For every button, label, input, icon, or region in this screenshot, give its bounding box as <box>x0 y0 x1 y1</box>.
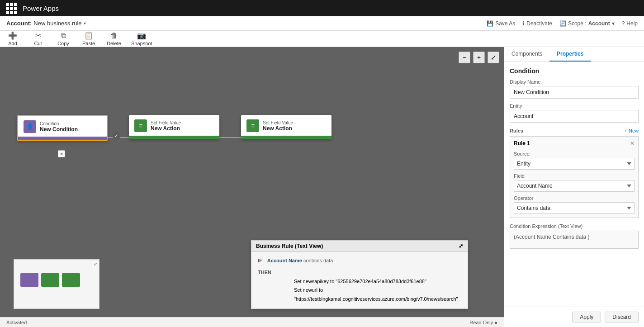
right-panel: Components Properties Condition Display … <box>504 47 644 327</box>
minimap: ⤢ <box>14 259 99 309</box>
field-label: Field <box>514 173 635 179</box>
canvas-controls: − + ⤢ <box>459 52 499 63</box>
save-as-button[interactable]: 💾 Save As <box>487 20 515 27</box>
source-select[interactable]: Entity <box>514 158 635 170</box>
discard-button[interactable]: Discard <box>605 312 639 322</box>
right-panel-body: Condition Display Name Entity Rules + Ne… <box>504 62 644 307</box>
br-set1: Set newsapikey to "6255629e702e4a54a80d7… <box>258 277 461 286</box>
title-chevron[interactable]: ▾ <box>84 21 86 26</box>
main-area: − + ⤢ ✓ 👤 Condition New Condition ≡ <box>0 47 644 327</box>
minimap-action1 <box>41 273 59 287</box>
business-rule-textview: Business Rule (Text View) ⤢ IF Account N… <box>251 240 468 309</box>
minimap-condition <box>20 273 38 287</box>
delete-icon: 🗑 <box>110 32 118 40</box>
action2-node[interactable]: ≡ Set Field Value New Action <box>241 115 331 139</box>
rule-name: New business rule <box>33 20 81 27</box>
br-set2: Set newurl to "https://testbingkamal.cog… <box>258 286 461 304</box>
rules-header: Rules + New <box>510 128 639 133</box>
connector-2 <box>219 137 241 138</box>
titlebar-actions: 💾 Save As ℹ Deactivate 🔄 Scope : Account… <box>487 20 638 27</box>
commandbar: ➕ Add ✂ Cut ⧉ Copy 📋 Paste 🗑 Delete 📷 Sn… <box>0 31 644 47</box>
display-name-label: Display Name <box>510 79 639 85</box>
add-icon: ➕ <box>8 31 17 40</box>
brtextview-header: Business Rule (Text View) ⤢ <box>251 241 468 252</box>
right-panel-tabs: Components Properties <box>504 47 644 62</box>
condition-bar <box>18 137 107 140</box>
condition-icon: 👤 <box>24 120 36 133</box>
entity-input[interactable] <box>510 110 639 123</box>
delete-button[interactable]: 🗑 Delete <box>106 32 122 46</box>
action2-node-header: ≡ Set Field Value New Action <box>241 115 331 136</box>
fit-button[interactable]: ⤢ <box>488 52 499 63</box>
app-name: Power Apps <box>23 5 59 12</box>
zoom-in-button[interactable]: + <box>473 52 485 63</box>
action1-node-header: ≡ Set Field Value New Action <box>129 115 219 136</box>
zoom-out-button[interactable]: − <box>459 52 470 63</box>
save-icon: 💾 <box>487 20 493 27</box>
canvas[interactable]: − + ⤢ ✓ 👤 Condition New Condition ≡ <box>0 47 504 327</box>
rules-new-button[interactable]: + New <box>625 128 639 133</box>
display-name-input[interactable] <box>510 86 639 99</box>
add-button[interactable]: ➕ Add <box>5 31 21 46</box>
section-title: Condition <box>510 67 639 75</box>
brtextview-title: Business Rule (Text View) <box>256 243 323 249</box>
snapshot-icon: 📷 <box>137 31 146 40</box>
action1-bar <box>129 136 219 139</box>
scope-button[interactable]: 🔄 Scope : Account ▾ <box>559 20 615 27</box>
field-select[interactable]: Account Name <box>514 180 635 192</box>
condition-expression: Condition Expression (Text View) (Accoun… <box>510 223 639 249</box>
action2-icon: ≡ <box>246 119 259 132</box>
minimap-action2 <box>62 273 80 287</box>
condition-text: Condition New Condition <box>40 121 78 133</box>
condition-node-header: 👤 Condition New Condition <box>18 116 107 137</box>
copy-button[interactable]: ⧉ Copy <box>55 32 71 46</box>
operator-label: Operator <box>514 195 635 201</box>
condition-expr-label: Condition Expression (Text View) <box>510 223 639 229</box>
condition-node[interactable]: 👤 Condition New Condition <box>17 115 108 141</box>
waffle-button[interactable] <box>5 1 18 15</box>
right-panel-footer: Apply Discard <box>504 307 644 327</box>
delete-node-button[interactable]: ✕ <box>58 150 65 157</box>
rule-box: Rule 1 ✕ Source Entity Field Account Nam… <box>510 136 639 218</box>
action1-icon: ≡ <box>134 119 147 132</box>
cut-icon: ✂ <box>35 31 41 40</box>
waffle-icon <box>6 3 17 14</box>
br-then-row: THEN <box>258 268 461 277</box>
snapshot-button[interactable]: 📷 Snapshot <box>131 31 152 46</box>
help-button[interactable]: ? Help <box>622 20 638 27</box>
action2-bar <box>241 136 331 139</box>
minimap-expand-button[interactable]: ⤢ <box>94 261 97 266</box>
source-label: Source <box>514 151 635 156</box>
action1-node[interactable]: ≡ Set Field Value New Action <box>129 115 219 139</box>
statusbar: Activated Read Only ● <box>0 317 504 327</box>
status-left: Activated <box>6 320 27 325</box>
copy-icon: ⧉ <box>61 32 66 40</box>
paste-icon: 📋 <box>84 31 93 40</box>
paste-button[interactable]: 📋 Paste <box>80 31 97 46</box>
app-topbar: Power Apps <box>0 0 644 16</box>
entity-label: Entity <box>510 103 639 109</box>
tab-properties[interactable]: Properties <box>549 47 591 62</box>
scope-chevron: ▾ <box>612 20 615 27</box>
br-if-row: IF Account Name contains data <box>258 256 461 265</box>
action1-text: Set Field Value New Action <box>151 120 181 132</box>
help-icon: ? <box>622 20 625 27</box>
status-right: Read Only ● <box>469 320 497 325</box>
account-label: Account: <box>6 20 32 27</box>
tab-components[interactable]: Components <box>504 47 549 62</box>
deactivate-icon: ℹ <box>522 20 525 27</box>
rule-close-button[interactable]: ✕ <box>630 140 635 147</box>
check-badge: ✓ <box>112 132 120 140</box>
cut-button[interactable]: ✂ Cut <box>30 31 46 46</box>
scope-icon: 🔄 <box>559 20 566 27</box>
rule-title[interactable]: Account: New business rule ▾ <box>6 20 86 27</box>
operator-select[interactable]: Contains data <box>514 202 635 214</box>
condition-expr-box: (Account Name Contains data ) <box>510 231 639 249</box>
rules-label: Rules <box>510 128 523 133</box>
brtextview-body: IF Account Name contains data THEN Set n… <box>251 252 468 308</box>
titlebar: Account: New business rule ▾ 💾 Save As ℹ… <box>0 16 644 31</box>
apply-button[interactable]: Apply <box>572 312 601 322</box>
brtextview-expand-button[interactable]: ⤢ <box>459 243 463 249</box>
deactivate-button[interactable]: ℹ Deactivate <box>522 20 552 27</box>
rule-name-label: Rule 1 <box>514 140 530 147</box>
